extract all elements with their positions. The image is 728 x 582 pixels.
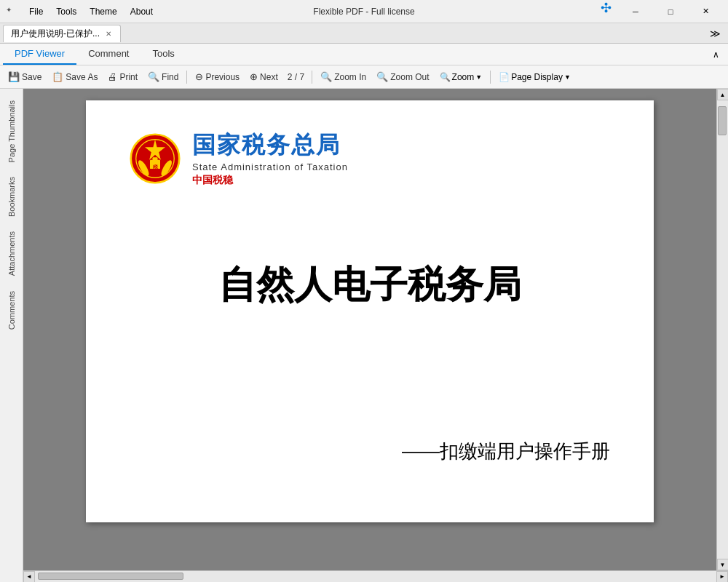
menu-file[interactable]: File [23, 5, 49, 18]
page-separator: / [295, 72, 300, 82]
scroll-thumb-horizontal[interactable] [38, 573, 183, 580]
tab-bar: 用户使用说明-已保护... ✕ ≫ [0, 23, 728, 44]
save-icon: 💾 [8, 71, 20, 82]
sidebar-item-bookmarks[interactable]: Bookmarks [4, 171, 19, 223]
scroll-thumb-vertical[interactable] [718, 106, 727, 135]
find-button[interactable]: 🔍 Find [144, 70, 182, 84]
save-button[interactable]: 💾 Save [4, 70, 45, 84]
window-title: Flexible PDF - Full license [313, 7, 414, 17]
window-controls: ✣ ─ □ ✕ [601, 0, 722, 23]
logo-main-text: 国家税务总局 [192, 129, 348, 162]
panel-collapse-button[interactable]: ∧ [707, 47, 725, 63]
logo-sub-text: State Administration of Taxation [192, 162, 348, 172]
pdf-page: 税 国家税务总局 State Administration of Taxatio… [86, 100, 654, 522]
svg-text:税: 税 [152, 164, 159, 170]
logo-text-area: 国家税务总局 State Administration of Taxation … [192, 129, 348, 187]
page-display-icon: 📄 [499, 72, 510, 82]
zoom-icon: 🔍 [440, 72, 451, 82]
next-label: Next [260, 72, 278, 82]
logo-area: 税 国家税务总局 State Administration of Taxatio… [130, 129, 610, 187]
tab-close-button[interactable]: ✕ [104, 29, 113, 39]
zoom-out-icon: 🔍 [376, 71, 388, 82]
zoom-out-button[interactable]: 🔍 Zoom Out [373, 70, 432, 84]
next-button[interactable]: ⊕ Next [246, 70, 282, 84]
sidebar-item-comments[interactable]: Comments [4, 285, 19, 335]
previous-icon: ⊖ [195, 71, 203, 82]
print-button[interactable]: 🖨 Print [104, 70, 141, 84]
previous-label: Previous [205, 72, 240, 82]
separator-1 [186, 71, 187, 84]
logo-red-text: 中国税稳 [192, 174, 348, 187]
svg-rect-6 [153, 157, 158, 161]
print-icon: 🖨 [108, 71, 117, 82]
zoom-in-icon: 🔍 [320, 71, 332, 82]
page-display-chevron-icon: ▼ [564, 73, 571, 81]
menu-tools[interactable]: Tools [50, 5, 82, 18]
separator-2 [312, 71, 312, 84]
pdf-scroll-wrapper: 税 国家税务总局 State Administration of Taxatio… [23, 89, 728, 570]
close-button[interactable]: ✕ [689, 0, 722, 23]
sidebar: Page Thumbnails Bookmarks Attachments Co… [0, 89, 23, 582]
scroll-up-button[interactable]: ▲ [717, 89, 729, 100]
print-label: Print [119, 72, 138, 82]
app-icon: ✦ [6, 6, 17, 17]
menu-bar: File Tools Theme About [23, 5, 159, 18]
title-bar: ✦ File Tools Theme About Flexible PDF - … [0, 0, 728, 23]
tab-tools[interactable]: Tools [141, 44, 186, 65]
menu-about[interactable]: About [124, 5, 159, 18]
zoom-chevron-icon: ▼ [475, 73, 482, 81]
tab-more-button[interactable]: ≫ [705, 26, 725, 41]
page-info: 2 / 7 [285, 71, 307, 84]
zoom-in-button[interactable]: 🔍 Zoom In [317, 70, 370, 84]
title-bar-left: ✦ File Tools Theme About [6, 5, 159, 18]
panel-tabs-left: PDF Viewer Comment Tools [3, 44, 186, 65]
find-icon: 🔍 [148, 71, 159, 82]
tab-comment[interactable]: Comment [76, 44, 141, 65]
scroll-right: ▲ ▼ [716, 89, 728, 570]
zoom-label: Zoom [452, 72, 475, 82]
save-as-label: Save As [66, 72, 98, 82]
toolbar: 💾 Save 📋 Save As 🖨 Print 🔍 Find ⊖ Previo… [0, 65, 728, 89]
pdf-main-title: 自然人电子税务局 [130, 260, 610, 311]
separator-3 [490, 71, 491, 84]
page-current: 2 [288, 72, 293, 82]
move-icon: ✣ [601, 0, 612, 23]
tab-pdf-viewer[interactable]: PDF Viewer [3, 44, 76, 65]
tab-label: 用户使用说明-已保护... [11, 28, 100, 40]
previous-button[interactable]: ⊖ Previous [191, 70, 243, 84]
pdf-scroll-area[interactable]: 税 国家税务总局 State Administration of Taxatio… [23, 89, 716, 570]
zoom-dropdown[interactable]: 🔍 Zoom ▼ [436, 71, 486, 84]
main-content: Page Thumbnails Bookmarks Attachments Co… [0, 89, 728, 582]
page-display-dropdown[interactable]: 📄 Page Display ▼ [495, 71, 574, 84]
scroll-right-button[interactable]: ► [716, 571, 728, 583]
panel-tabs: PDF Viewer Comment Tools ∧ [0, 44, 728, 65]
save-label: Save [22, 72, 41, 82]
document-tab[interactable]: 用户使用说明-已保护... ✕ [3, 25, 121, 42]
minimize-button[interactable]: ─ [619, 0, 652, 23]
save-as-button[interactable]: 📋 Save As [48, 70, 101, 84]
scroll-left-button[interactable]: ◄ [23, 571, 35, 583]
save-as-icon: 📋 [52, 71, 63, 82]
scroll-track-horizontal [35, 571, 716, 582]
logo-emblem: 税 [130, 133, 181, 184]
menu-theme[interactable]: Theme [84, 5, 122, 18]
scroll-down-button[interactable]: ▼ [717, 559, 729, 570]
pdf-sub-title: ——扣缴端用户操作手册 [402, 439, 610, 464]
zoom-out-label: Zoom Out [390, 72, 429, 82]
page-total: 7 [300, 72, 305, 82]
sidebar-item-attachments[interactable]: Attachments [4, 226, 19, 282]
sidebar-item-thumbnails[interactable]: Page Thumbnails [4, 95, 19, 168]
maximize-button[interactable]: □ [654, 0, 687, 23]
page-display-label: Page Display [511, 72, 563, 82]
scroll-track-vertical [717, 100, 728, 559]
zoom-in-label: Zoom In [334, 72, 366, 82]
find-label: Find [162, 72, 178, 82]
next-icon: ⊕ [250, 71, 258, 82]
scroll-bottom: ◄ ► [23, 570, 728, 582]
pdf-area: 税 国家税务总局 State Administration of Taxatio… [23, 89, 728, 582]
